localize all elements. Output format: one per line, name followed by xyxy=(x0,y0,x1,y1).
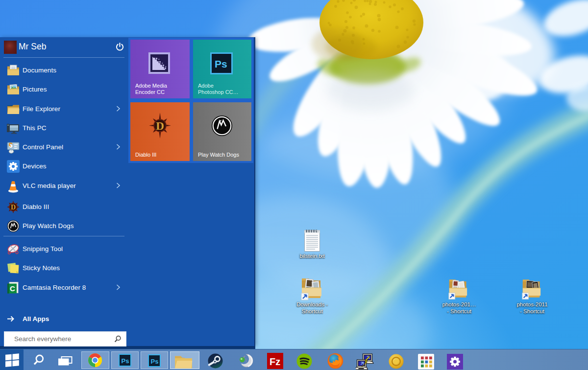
svg-text:Fz: Fz xyxy=(270,356,280,367)
svg-text:Ps: Ps xyxy=(122,357,129,365)
svg-text:D: D xyxy=(156,120,164,132)
svg-text:D: D xyxy=(11,204,16,211)
svg-text:Ps: Ps xyxy=(151,358,159,365)
svg-text:C: C xyxy=(10,284,15,293)
svg-text:Ps: Ps xyxy=(215,58,227,69)
